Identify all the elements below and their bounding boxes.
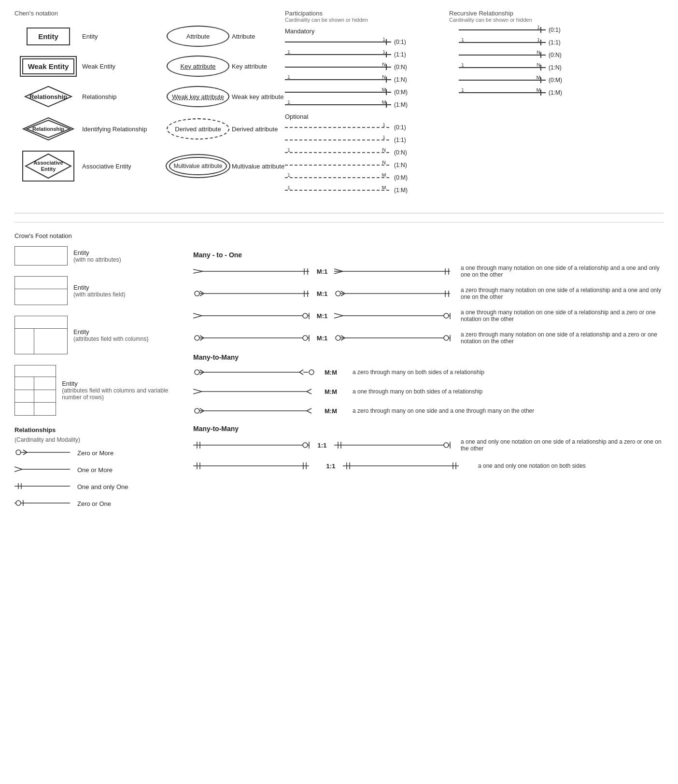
svg-line-106 xyxy=(334,316,343,318)
cf-entity-box-rows xyxy=(14,365,56,416)
cf-mm-desc2: a one through many on both sides of a re… xyxy=(353,388,483,395)
divider xyxy=(14,213,664,213)
derived-ellipse: Derived attribute xyxy=(167,118,229,140)
r-card-1m: (1:M) xyxy=(549,89,562,96)
svg-point-153 xyxy=(444,443,449,448)
r-line-11: 1 1 xyxy=(459,38,546,47)
cf-entity-label-rows: Entity (attributes field with columns an… xyxy=(62,380,179,401)
p-row-0n-mand: N (0:N) xyxy=(285,63,449,71)
crows-title: Crow's Foot notation xyxy=(14,232,664,239)
p-row-0n-opt: 1 N (0:N) xyxy=(285,148,449,157)
cf-m1-label1: M:1 xyxy=(310,268,334,275)
r-row-0n: N (0:N) xyxy=(459,51,584,59)
zero-or-one-sym xyxy=(14,499,72,509)
cf-entity-label-simple: Entity (with no attributes) xyxy=(73,249,121,263)
associative-row-label: Associative Entity xyxy=(82,163,164,170)
relationships-legend: Relationships (Cardinality and Modality) xyxy=(14,426,179,509)
cf-mm-label2: M:M xyxy=(319,388,343,395)
svg-text:N: N xyxy=(382,161,386,165)
svg-point-124 xyxy=(195,370,199,375)
svg-line-77 xyxy=(193,271,203,273)
chen-left: Entity Entity Attribute Attribute Weak E… xyxy=(14,26,275,198)
participations-header: Participations Cardinality can be shown … xyxy=(285,10,449,23)
svg-text:1: 1 xyxy=(287,75,290,80)
p-card-0n-opt: (0:N) xyxy=(394,149,407,156)
svg-point-132 xyxy=(309,370,314,375)
svg-text:N: N xyxy=(537,51,540,55)
chen-row-relationship: Relationship Relationship Weak key attri… xyxy=(14,85,275,108)
p-row-0m-opt: 1 M (0:M) xyxy=(285,173,449,182)
p-row-11-opt: 1 (1:1) xyxy=(285,136,449,144)
p-row-01-opt: 1 (0:1) xyxy=(285,123,449,132)
svg-text:1: 1 xyxy=(382,50,385,55)
svg-point-148 xyxy=(303,443,308,448)
svg-point-117 xyxy=(336,336,340,340)
svg-text:1: 1 xyxy=(461,88,464,93)
cf-11-row1: 1:1 a one and only one notation on one s… xyxy=(193,438,664,452)
entity-row-label: Entity xyxy=(82,33,164,40)
svg-text:M: M xyxy=(381,88,386,92)
recursive-header: Recursive Relationship Cardinality can b… xyxy=(449,10,664,23)
p-line-0n-mand: N xyxy=(285,63,391,71)
svg-point-110 xyxy=(195,336,199,340)
cf-mm-row1: M:M a zero through many on both sides of… xyxy=(193,367,664,378)
cf-m1-label4: M:1 xyxy=(310,335,334,342)
attribute-symbol: Attribute xyxy=(164,26,232,47)
derived-symbol: Derived attribute xyxy=(164,118,232,140)
p-card-01-opt: (0:1) xyxy=(394,124,406,131)
participations-col: Mandatory 1 (0:1) xyxy=(285,26,449,198)
zero-or-more-sym xyxy=(14,448,72,458)
cf-entity-simple: Entity (with no attributes) xyxy=(14,246,179,266)
crows-right: Many - to - One M:1 xyxy=(179,246,664,516)
svg-text:M: M xyxy=(536,76,540,80)
cf-11-line1 xyxy=(193,440,310,450)
rel-legend-title: Relationships xyxy=(14,426,179,434)
legend-one-and-only-one: One and only One xyxy=(14,482,179,492)
cf-m1-line4 xyxy=(193,333,310,343)
cf-m1-line1 xyxy=(193,266,310,277)
r-line-0n: N xyxy=(459,51,546,59)
p-row-1m-opt: 1 M (1:M) xyxy=(285,186,449,195)
svg-line-100 xyxy=(193,313,202,316)
relationship-symbol: Relationship xyxy=(14,85,82,108)
svg-line-137 xyxy=(307,392,311,394)
relationship-row-label: Relationship xyxy=(82,93,164,100)
chen-row-entity: Entity Entity Attribute Attribute xyxy=(14,26,275,47)
svg-line-76 xyxy=(193,269,203,271)
entity-box: Entity xyxy=(27,28,70,45)
svg-text:M: M xyxy=(381,173,386,178)
p-line-0m-opt: 1 M xyxy=(285,173,391,182)
one-and-only-one-svg xyxy=(14,482,72,490)
cf-m1-line2 xyxy=(193,288,310,299)
weak-entity-box: Weak Entity xyxy=(20,56,77,77)
associative-symbol: AssociativeEntity xyxy=(14,150,82,182)
mandatory-title: Mandatory xyxy=(285,28,449,35)
p-row-1m-mand: 1 M (1:M) xyxy=(285,100,449,109)
cf-mm-line2 xyxy=(193,386,319,397)
svg-line-68 xyxy=(14,469,22,472)
weak-key-symbol: Weak key attribute xyxy=(164,86,232,107)
cf-mm-row3: M:M a zero through many on one side and … xyxy=(193,406,664,416)
svg-text:1: 1 xyxy=(287,173,290,178)
svg-text:M: M xyxy=(381,100,386,105)
cf-11-label2: 1:1 xyxy=(319,462,343,470)
rel-legend-sub: (Cardinality and Modality) xyxy=(14,436,179,443)
zero-or-more-desc: Zero or More xyxy=(77,449,113,457)
cf-m1-line2b xyxy=(334,288,451,299)
r-row-1n: 1 N (1:N) xyxy=(459,63,584,72)
multivalue-ellipse-inner: Multivalue attribute xyxy=(169,157,227,175)
many-to-many2-title: Many-to-Many xyxy=(193,425,664,433)
svg-point-86 xyxy=(195,291,199,296)
attribute-ellipse: Attribute xyxy=(167,26,229,47)
p-card-1m-mand: (1:M) xyxy=(394,101,408,108)
legend-zero-or-one: Zero or One xyxy=(14,499,179,509)
cf-entity-box-attr xyxy=(14,276,68,305)
weak-entity-row-label: Weak Entity xyxy=(82,63,164,70)
svg-text:1: 1 xyxy=(382,123,385,127)
cf-m1-row3: M:1 a one through many notation on one s… xyxy=(193,309,664,322)
svg-text:M: M xyxy=(381,186,386,190)
p-card-1m-opt: (1:M) xyxy=(394,187,408,194)
svg-point-93 xyxy=(336,291,340,296)
r-card-11: (1:1) xyxy=(549,39,561,46)
cf-mm-desc3: a zero through many on one side and a on… xyxy=(353,407,534,414)
